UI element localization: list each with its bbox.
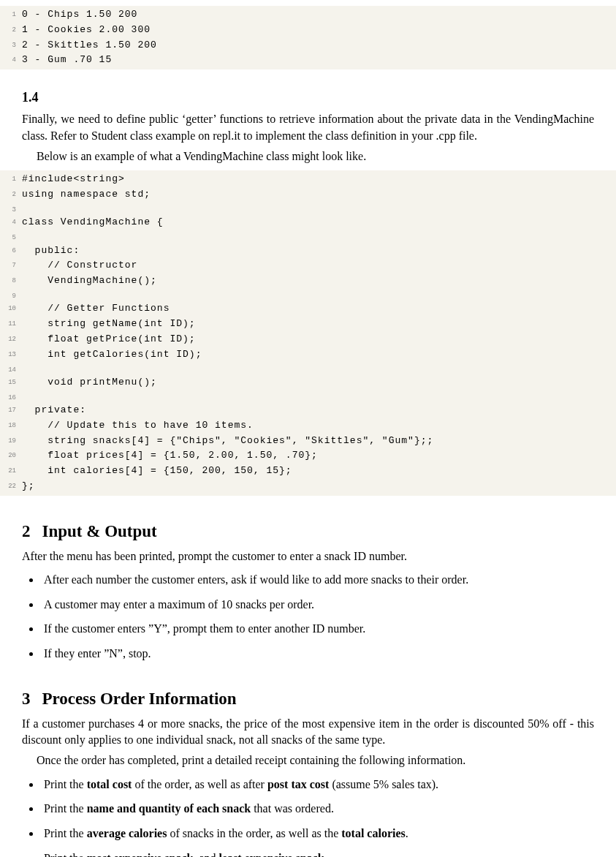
code-text: public: [22, 243, 616, 259]
code-line: 10 - Chips 1.50 200 [0, 7, 616, 23]
code-text: class VendingMachine { [22, 215, 616, 230]
code-line: 16 [0, 390, 616, 403]
list-item: A customer may enter a maximum of 10 sna… [41, 595, 594, 614]
line-number: 12 [0, 332, 22, 347]
section-1-4-para-2: Below is an example of what a VendingMac… [22, 148, 594, 165]
code-line: 13 int getCalories(int ID); [0, 347, 616, 363]
line-number: 18 [0, 418, 22, 434]
code-text [22, 390, 616, 403]
code-line: 4class VendingMachine { [0, 215, 616, 230]
section-3-para-1: If a customer purchases 4 or more snacks… [22, 716, 594, 749]
line-number: 15 [0, 375, 22, 390]
code-line: 22}; [0, 479, 616, 494]
line-number: 9 [0, 289, 22, 301]
code-text: }; [22, 479, 616, 494]
bold-term: most expensive snack [87, 852, 194, 857]
section-2-heading: 2Input & Output [22, 522, 594, 541]
bold-term: least expensive snack [219, 852, 324, 857]
code-text: // Getter Functions [22, 301, 616, 317]
code-text: VendingMachine(); [22, 273, 616, 289]
line-number: 5 [0, 230, 22, 243]
code-line: 7 // Constructor [0, 258, 616, 273]
section-1-4-heading: 1.4 [22, 90, 594, 105]
code-line: 3 [0, 203, 616, 215]
line-number: 19 [0, 434, 22, 449]
code-text: int getCalories(int ID); [22, 347, 616, 363]
line-number: 20 [0, 448, 22, 464]
list-item: Print the name and quantity of each snac… [41, 799, 594, 818]
code-text: // Update this to have 10 items. [22, 418, 616, 434]
bold-term: name and quantity of each snack [87, 802, 251, 815]
list-item: After each number the customer enters, a… [41, 570, 594, 589]
line-number: 4 [0, 215, 22, 230]
code-text [22, 363, 616, 375]
code-line: 21 - Cookies 2.00 300 [0, 23, 616, 38]
code-text: void printMenu(); [22, 375, 616, 390]
code-line: 10 // Getter Functions [0, 301, 616, 317]
code-line: 1#include<string> [0, 172, 616, 187]
section-2-title: Input & Output [42, 522, 157, 540]
code-text: float getPrice(int ID); [22, 332, 616, 347]
line-number: 17 [0, 403, 22, 418]
bold-term: average calories [87, 827, 167, 839]
code-line: 15 void printMenu(); [0, 375, 616, 390]
line-number: 2 [0, 23, 22, 38]
list-item: Print the total cost of the order, as we… [41, 775, 594, 794]
code-text: 0 - Chips 1.50 200 [22, 7, 616, 23]
section-3-title: Process Order Information [42, 690, 237, 708]
code-text: int calories[4] = {150, 200, 150, 15}; [22, 464, 616, 479]
bold-term: total calories [341, 827, 406, 839]
code-line: 17 private: [0, 403, 616, 418]
line-number: 14 [0, 363, 22, 375]
code-line: 19 string snacks[4] = {"Chips", "Cookies… [0, 434, 616, 449]
line-number: 3 [0, 203, 22, 215]
section-2-number: 2 [22, 522, 31, 540]
section-3-bullet-list: Print the total cost of the order, as we… [41, 775, 594, 857]
code-text: // Constructor [22, 258, 616, 273]
line-number: 11 [0, 317, 22, 332]
code-line: 6 public: [0, 243, 616, 259]
line-number: 4 [0, 53, 22, 68]
code-line: 11 string getName(int ID); [0, 317, 616, 332]
list-item: If they enter ”N”, stop. [41, 644, 594, 663]
code-line: 18 // Update this to have 10 items. [0, 418, 616, 434]
section-3-number: 3 [22, 690, 31, 708]
code-line: 43 - Gum .70 15 [0, 53, 616, 68]
code-block-menu-output: 10 - Chips 1.50 20021 - Cookies 2.00 300… [0, 6, 616, 69]
section-2-bullet-list: After each number the customer enters, a… [41, 570, 594, 662]
code-line: 9 [0, 289, 616, 301]
line-number: 10 [0, 301, 22, 317]
line-number: 3 [0, 38, 22, 53]
section-1-4-para-1: Finally, we need to define public ‘gette… [22, 111, 594, 144]
line-number: 8 [0, 273, 22, 289]
code-line: 8 VendingMachine(); [0, 273, 616, 289]
section-2-intro: After the menu has been printed, prompt … [22, 548, 594, 565]
line-number: 16 [0, 390, 22, 403]
document-page: 10 - Chips 1.50 20021 - Cookies 2.00 300… [0, 6, 616, 857]
code-block-vendingmachine: 1#include<string>2using namespace std;34… [0, 170, 616, 496]
code-line: 14 [0, 363, 616, 375]
code-text: 3 - Gum .70 15 [22, 53, 616, 68]
code-text [22, 230, 616, 243]
bold-term: total cost [87, 778, 132, 790]
section-3-heading: 3Process Order Information [22, 690, 594, 709]
code-text: float prices[4] = {1.50, 2.00, 1.50, .70… [22, 448, 616, 464]
code-line: 2using namespace std; [0, 187, 616, 203]
code-text: private: [22, 403, 616, 418]
code-text: string getName(int ID); [22, 317, 616, 332]
line-number: 21 [0, 464, 22, 479]
code-text: 2 - Skittles 1.50 200 [22, 38, 616, 53]
code-text: string snacks[4] = {"Chips", "Cookies", … [22, 434, 616, 449]
code-text [22, 289, 616, 301]
list-item: Print the most expensive snack, and leas… [41, 849, 594, 857]
code-line: 32 - Skittles 1.50 200 [0, 38, 616, 53]
code-line: 20 float prices[4] = {1.50, 2.00, 1.50, … [0, 448, 616, 464]
line-number: 7 [0, 258, 22, 273]
list-item: If the customer enters ”Y”, prompt them … [41, 619, 594, 638]
line-number: 13 [0, 347, 22, 363]
line-number: 22 [0, 479, 22, 494]
code-line: 21 int calories[4] = {150, 200, 150, 15}… [0, 464, 616, 479]
code-text: 1 - Cookies 2.00 300 [22, 23, 616, 38]
code-text: #include<string> [22, 172, 616, 187]
line-number: 2 [0, 187, 22, 203]
